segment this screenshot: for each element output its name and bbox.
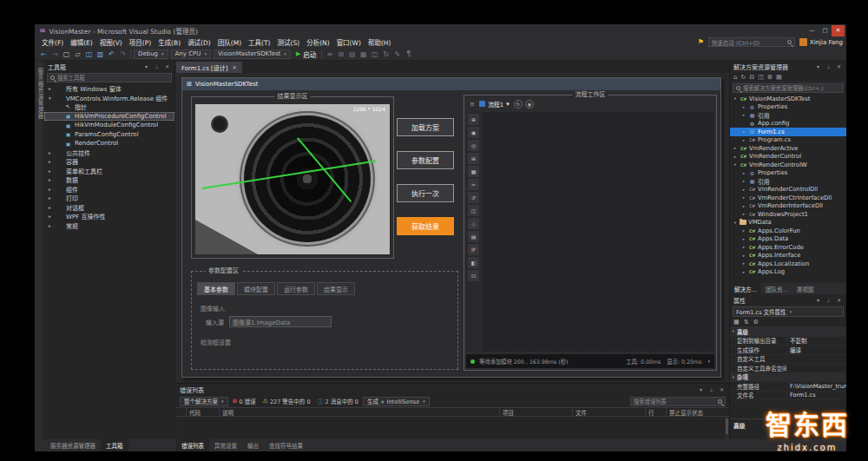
column-header[interactable]: 禁止显示状态 (667, 408, 729, 416)
form-action-button[interactable]: 执行一次 (397, 184, 454, 202)
close-icon[interactable]: ✕ (718, 386, 726, 392)
flow-tool-button[interactable]: ◉ (468, 127, 479, 138)
menu-item[interactable]: 窗口(W) (333, 37, 365, 47)
show-all-files-icon[interactable]: ◫ (758, 74, 764, 81)
columns-icon[interactable]: ◫ (370, 50, 379, 58)
tree-row[interactable]: ▸ Apps.ErrorCode (730, 243, 846, 252)
new-file-icon[interactable]: ▢ (62, 50, 71, 58)
expander-icon[interactable]: ▸ (741, 270, 746, 274)
parameter-tab[interactable]: 结果显示 (317, 282, 355, 295)
flow-selector-dropdown[interactable]: 流程1 ▾ (479, 100, 510, 109)
dock-tab[interactable]: 查找符号结果 (264, 439, 308, 451)
close-icon[interactable]: ✕ (163, 63, 171, 69)
property-value[interactable]: F:\VisionMaster_trunk (787, 383, 846, 390)
input-source-field[interactable]: 图像源1.ImageData (229, 316, 332, 327)
property-row[interactable]: 完整路径 F:\VisionMaster_trunk (730, 382, 846, 392)
expander-icon[interactable]: ▸ (741, 254, 746, 258)
property-row[interactable]: 生成操作 编译 (730, 346, 846, 355)
redo-icon[interactable]: ↷ (118, 50, 128, 58)
toolbox-item[interactable]: HikVmProcedureConfigControl (44, 112, 174, 122)
flow-tool-button[interactable]: ◧ (468, 257, 479, 268)
collapse-all-icon[interactable]: ⊟ (749, 74, 754, 81)
home-icon[interactable]: ⌂ (733, 74, 737, 81)
menu-item[interactable]: 工具(T) (245, 37, 273, 47)
expander-icon[interactable]: ▸ (47, 214, 53, 219)
form-action-button[interactable]: 获取结果 (397, 217, 454, 235)
expander-icon[interactable]: ▸ (47, 187, 53, 192)
close-icon[interactable]: ✕ (835, 63, 843, 69)
tree-row[interactable]: ▸ VmRenderCtrInterfaceDll (730, 194, 846, 202)
toolbox-search-input[interactable]: 搜索工具箱 (47, 73, 172, 82)
chevron-down-icon[interactable]: ▾ (814, 63, 822, 69)
pin-icon[interactable]: ⊥ (825, 63, 832, 69)
expander-icon[interactable]: ▸ (741, 204, 746, 208)
startup-project-dropdown[interactable]: VisionMasterSDKTest▾ (214, 49, 291, 59)
close-icon[interactable]: ✕ (233, 64, 237, 70)
properties-object-dropdown[interactable]: Form1.cs 文件属性▾ (733, 306, 844, 317)
expander-icon[interactable]: ▸ (741, 188, 746, 192)
expander-icon[interactable]: ▾ (47, 95, 53, 101)
flow-tool-button[interactable]: ⊞ (468, 153, 479, 164)
error-list-search-input[interactable]: 搜索错误列表 (630, 397, 726, 406)
chevron-down-icon[interactable]: ▾ (697, 386, 705, 392)
tree-row[interactable]: ▸ Apps.Data (730, 235, 846, 244)
menu-item[interactable]: 编辑(E) (67, 37, 96, 47)
expander-icon[interactable]: ▸ (741, 245, 746, 249)
signed-in-user[interactable]: Xinjia Fang (799, 38, 843, 46)
menu-item[interactable]: 项目(P) (126, 37, 155, 47)
flow-tool-button[interactable]: ↺ (468, 192, 479, 203)
toolbox-item[interactable]: ▸ 组件 (44, 185, 174, 194)
property-row[interactable]: ▾ 高级 (730, 327, 846, 337)
notifications-flag-icon[interactable]: ⚑ (698, 38, 704, 46)
menu-item[interactable]: 测试(S) (274, 37, 304, 47)
toolbox-item[interactable]: ▸ 数据 (44, 175, 174, 185)
tree-row[interactable]: ▸ 引用 (730, 111, 846, 120)
tree-row[interactable]: ▸ VmRenderInterfaceDll (730, 202, 846, 211)
document-tab-form1-design[interactable]: Form1.cs [设计] ✕ (176, 62, 242, 73)
toolbox-item[interactable]: ▸ 菜单和工具栏 (44, 167, 174, 176)
expander-icon[interactable]: ▸ (741, 228, 746, 233)
formatting-icon[interactable]: ¶ (404, 50, 413, 58)
errors-filter-button[interactable]: ⊗ 0 错误 (233, 397, 256, 405)
expander-icon[interactable]: ▾ (733, 162, 738, 167)
scope-dropdown[interactable]: 整个解决方案▾ (180, 397, 228, 406)
toolbox-item[interactable]: ▾ VMControls.Winform.Release 组件 (44, 94, 174, 103)
close-button[interactable]: ✕ (832, 25, 845, 36)
toolbox-item[interactable]: RenderControl (44, 139, 174, 148)
column-header[interactable]: 说明 (220, 408, 500, 416)
expander-icon[interactable]: ▾ (733, 221, 738, 225)
pin-icon[interactable]: ⊥ (153, 63, 161, 69)
dock-tab[interactable]: 异常设置 (209, 439, 242, 451)
start-debugging-button[interactable]: ▶ 启动 (293, 49, 319, 59)
menu-item[interactable]: 文件(F) (38, 37, 67, 47)
build-intellisense-dropdown[interactable]: 生成 + IntelliSense▾ (363, 397, 430, 406)
column-header[interactable]: 项目 (500, 408, 573, 416)
toolbox-item[interactable]: ParamsConfigControl (44, 130, 174, 140)
menu-item[interactable]: 团队(M) (214, 37, 245, 47)
tree-row[interactable]: ▸ VmRenderControlDll (730, 186, 846, 194)
flow-tool-button[interactable]: ▦ (468, 166, 479, 177)
view-code-icon[interactable]: ▤ (776, 74, 782, 81)
flow-tool-button[interactable]: ⊡ (468, 270, 479, 281)
solution-search-input[interactable]: 搜索解决方案资源管理器(Ctrl+;) (733, 83, 844, 93)
column-header[interactable]: 代码 (187, 408, 220, 416)
save-icon[interactable]: ◫ (84, 50, 94, 58)
run-once-icon[interactable]: ◉ (525, 100, 534, 109)
result-image-view[interactable]: 1296 * 1024 (195, 104, 390, 254)
toolbox-item[interactable]: ▸ 所有 Windows 窗体 (44, 84, 174, 94)
property-row[interactable]: 文件名 Form1.cs (730, 392, 846, 401)
column-header[interactable] (176, 408, 187, 416)
expander-icon[interactable]: ▸ (47, 205, 53, 210)
expander-icon[interactable]: ▸ (741, 179, 746, 183)
dock-tab[interactable]: 错误列表 (176, 439, 209, 451)
parameter-tab[interactable]: 运行参数 (277, 282, 315, 295)
toolbox-item[interactable]: ▸ 容器 (44, 157, 174, 167)
expander-icon[interactable]: ▸ (741, 138, 746, 142)
maximize-button[interactable]: □ (819, 25, 832, 36)
property-row[interactable]: 自定义工具命名空间 (730, 364, 846, 373)
tree-row[interactable]: ▸ VmRenderControl (730, 153, 846, 161)
expander-icon[interactable]: ▸ (733, 146, 738, 150)
flow-tool-button[interactable]: ◎ (468, 140, 479, 151)
property-value[interactable]: 不复制 (787, 336, 846, 345)
run-continuous-icon[interactable]: ↻ (514, 100, 523, 109)
